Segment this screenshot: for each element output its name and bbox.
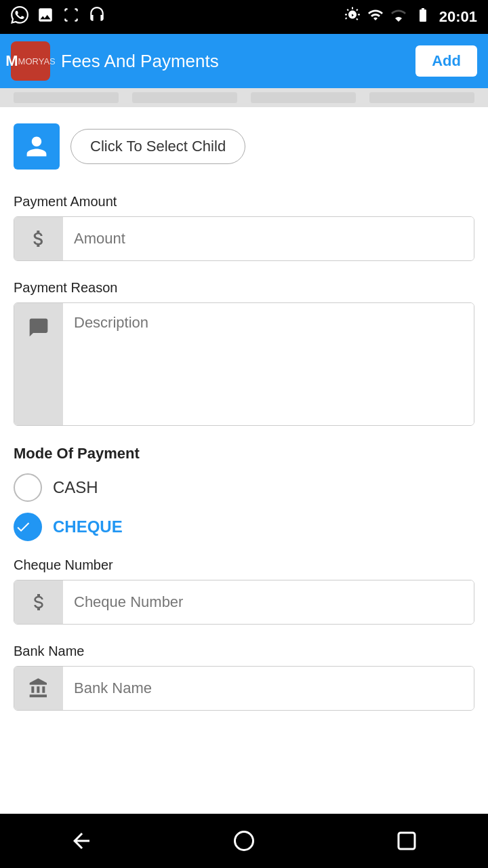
cheque-number-input-group (14, 580, 474, 625)
comment-icon (28, 317, 49, 338)
child-icon-button[interactable] (14, 123, 60, 170)
money-icon (28, 228, 49, 250)
bank-icon-container (14, 667, 63, 710)
cheque-number-section: Cheque Number (14, 557, 474, 625)
square-icon (394, 829, 419, 853)
mode-of-payment-section: Mode Of Payment CASH CHEQUE (14, 445, 474, 541)
screen-icon (62, 6, 80, 28)
time-display: 20:01 (439, 8, 477, 26)
select-child-button[interactable]: Click To Select Child (70, 129, 245, 164)
person-icon (24, 134, 49, 159)
main-content: Click To Select Child Payment Amount Pay… (0, 107, 488, 814)
blurred-header-row (0, 88, 488, 107)
home-button[interactable] (232, 829, 256, 853)
cheque-number-input[interactable] (63, 580, 474, 624)
status-icons-left (11, 6, 106, 28)
payment-amount-input-group (14, 216, 474, 261)
app-bar: M MORYAS Fees And Payments Add (0, 34, 488, 88)
mode-of-payment-label: Mode Of Payment (14, 445, 474, 462)
description-input[interactable] (63, 303, 474, 425)
home-icon (232, 829, 256, 853)
amount-input[interactable] (63, 217, 474, 260)
payment-reason-label: Payment Reason (14, 280, 474, 296)
payment-amount-label: Payment Amount (14, 194, 474, 210)
cheque-radio-row: CHEQUE (14, 513, 474, 541)
back-icon (69, 829, 94, 853)
gallery-icon (37, 6, 54, 28)
svg-point-0 (235, 832, 253, 850)
cheque-label: CHEQUE (53, 517, 123, 536)
checkmark-icon (15, 517, 31, 536)
bank-name-input[interactable] (63, 667, 474, 710)
alarm-icon (344, 7, 361, 27)
cash-label: CASH (53, 478, 98, 497)
comment-icon-container (14, 303, 63, 425)
signal-icon (390, 7, 407, 27)
whatsapp-icon (11, 6, 28, 28)
bank-name-input-group (14, 666, 474, 711)
payment-reason-section: Payment Reason (14, 280, 474, 426)
battery-icon (413, 7, 432, 27)
svg-rect-1 (399, 833, 415, 849)
bank-icon (28, 677, 49, 699)
payment-reason-input-group (14, 302, 474, 426)
wifi-icon (367, 7, 384, 27)
bank-name-label: Bank Name (14, 644, 474, 659)
recents-button[interactable] (394, 829, 419, 853)
app-logo: M MORYAS (11, 41, 50, 81)
headphone-icon (88, 6, 106, 28)
add-button[interactable]: Add (415, 45, 477, 77)
cash-radio-row: CASH (14, 473, 474, 502)
app-bar-title: Fees And Payments (61, 51, 405, 72)
number-icon (28, 591, 49, 613)
status-icons-right: 20:01 (344, 7, 477, 27)
money-icon-container (14, 217, 63, 260)
bank-name-section: Bank Name (14, 644, 474, 711)
cheque-radio-button[interactable] (14, 513, 42, 541)
payment-amount-section: Payment Amount (14, 194, 474, 261)
number-icon-container (14, 580, 63, 624)
select-child-row: Click To Select Child (14, 123, 474, 170)
bottom-nav (0, 814, 488, 868)
cheque-number-label: Cheque Number (14, 557, 474, 573)
status-bar: 20:01 (0, 0, 488, 34)
cash-radio-button[interactable] (14, 473, 42, 502)
back-button[interactable] (69, 829, 94, 853)
